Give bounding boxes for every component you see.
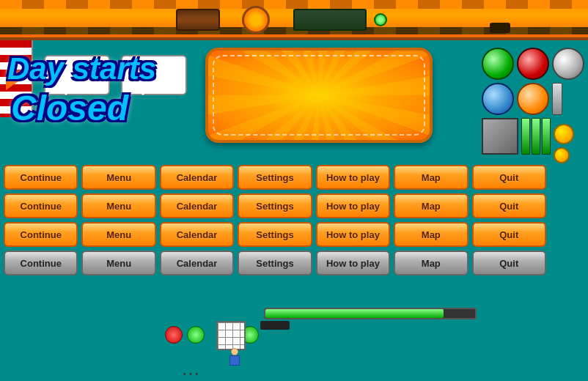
button-rows: ContinueMenuCalendarSettingsHow to playM… [4, 165, 546, 279]
button-row-3: ContinueMenuCalendarSettingsHow to playM… [4, 251, 546, 275]
btn-how-to-play-row1[interactable]: How to play [316, 193, 390, 218]
btn-how-to-play-row3[interactable]: How to play [316, 251, 390, 275]
top-brown-box [176, 9, 220, 31]
green-bar-1 [521, 118, 530, 155]
mini-green-circle [187, 326, 205, 344]
btn-calendar-row2[interactable]: Calendar [160, 222, 234, 247]
coin-icon-2 [554, 147, 570, 163]
small-figure [227, 348, 242, 370]
btn-calendar-row1[interactable]: Calendar [160, 193, 234, 218]
label-bar [260, 321, 290, 330]
icon-row-2 [482, 83, 584, 115]
btn-continue-row1[interactable]: Continue [4, 193, 78, 218]
btn-settings-row3[interactable]: Settings [238, 251, 312, 275]
btn-settings-row0[interactable]: Settings [238, 165, 312, 190]
green-bar-3 [542, 118, 551, 155]
btn-how-to-play-row2[interactable]: How to play [316, 222, 390, 247]
btn-menu-row0[interactable]: Menu [81, 165, 155, 190]
btn-continue-row2[interactable]: Continue [4, 222, 78, 247]
marquee-sign [205, 48, 433, 143]
btn-map-row1[interactable]: Map [394, 193, 468, 218]
figure-body [229, 355, 240, 366]
btn-menu-row3[interactable]: Menu [81, 251, 155, 275]
button-row-1: ContinueMenuCalendarSettingsHow to playM… [4, 193, 546, 218]
top-green-light [374, 13, 387, 26]
progress-bar-fill [265, 309, 444, 318]
btn-map-row3[interactable]: Map [394, 251, 468, 275]
icon-row-3 [482, 118, 584, 163]
green-bars-icon [521, 118, 551, 163]
top-green-bar [293, 9, 367, 31]
btn-settings-row2[interactable]: Settings [238, 222, 312, 247]
grid-box [216, 321, 246, 350]
icon-row-1 [482, 48, 584, 80]
marquee-container [205, 48, 433, 143]
green-circle-icon [482, 48, 514, 80]
btn-quit-row1[interactable]: Quit [472, 193, 546, 218]
main-area: Day starts Closed [0, 40, 588, 381]
btn-quit-row0[interactable]: Quit [472, 165, 546, 190]
day-starts-label: Day starts [7, 51, 156, 86]
mini-red-circle [165, 326, 183, 344]
red-circle-icon [517, 48, 549, 80]
mini-dots: • • • [183, 370, 199, 378]
btn-calendar-row3[interactable]: Calendar [160, 251, 234, 275]
btn-map-row0[interactable]: Map [394, 165, 468, 190]
btn-quit-row2[interactable]: Quit [472, 222, 546, 247]
btn-menu-row2[interactable]: Menu [81, 222, 155, 247]
coin-icon-1 [554, 124, 574, 144]
gray-circle-icon [552, 48, 584, 80]
right-icons [482, 48, 584, 166]
marquee-dots [213, 55, 425, 136]
green-bar-2 [532, 118, 540, 155]
top-circle-inner [490, 23, 510, 33]
btn-settings-row1[interactable]: Settings [238, 193, 312, 218]
top-bar [0, 0, 588, 40]
orange-dial-icon [517, 83, 549, 115]
progress-bar-container [264, 308, 477, 319]
bar-indicator-icon [552, 83, 562, 115]
blue-dial-icon [482, 83, 514, 115]
btn-how-to-play-row0[interactable]: How to play [316, 165, 390, 190]
btn-calendar-row0[interactable]: Calendar [160, 165, 234, 190]
top-circle-orange [242, 6, 270, 34]
box-item-icon [482, 118, 518, 155]
button-row-0: ContinueMenuCalendarSettingsHow to playM… [4, 165, 546, 190]
btn-continue-row3[interactable]: Continue [4, 251, 78, 275]
top-stripe [0, 0, 588, 9]
btn-menu-row1[interactable]: Menu [81, 193, 155, 218]
button-row-2: ContinueMenuCalendarSettingsHow to playM… [4, 222, 546, 247]
btn-quit-row3[interactable]: Quit [472, 251, 546, 275]
btn-continue-row0[interactable]: Continue [4, 165, 78, 190]
btn-map-row2[interactable]: Map [394, 222, 468, 247]
closed-label: Closed [11, 88, 128, 128]
figure-head [231, 348, 238, 355]
